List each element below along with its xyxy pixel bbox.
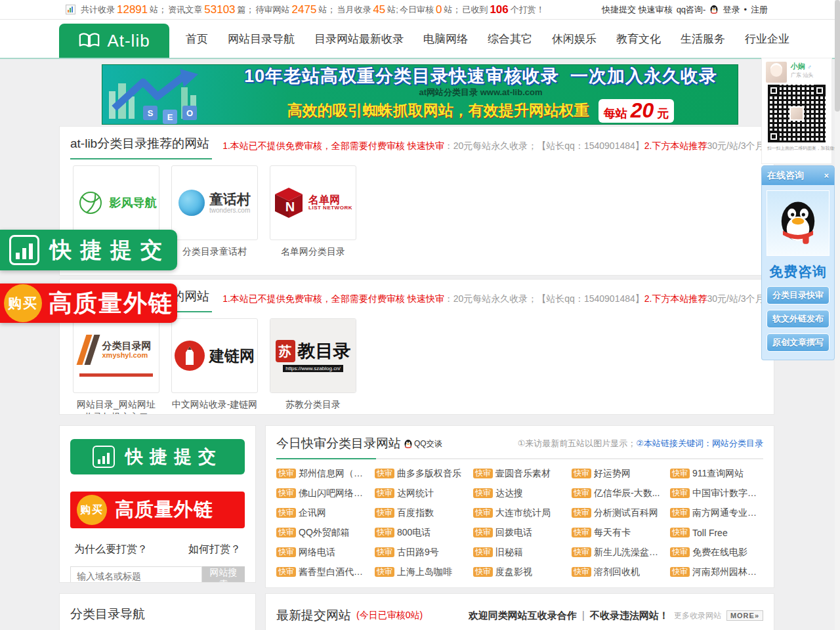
site-link[interactable]: 古田路9号 <box>397 547 439 558</box>
fast-review-item[interactable]: 快审每天有卡 <box>572 526 665 539</box>
site-logo-sujiao[interactable]: 苏 教目录 https://www.szablog.cn/ <box>270 318 356 393</box>
nav-item-life[interactable]: 生活服务 <box>681 32 725 47</box>
site-link[interactable]: 分析测试百科网 <box>594 507 658 519</box>
site-logo-jianlian[interactable]: 建链网 <box>171 318 258 393</box>
site-logo-fenleimulu[interactable]: 分类目录网 xmyshyl.com <box>73 318 159 393</box>
site-caption[interactable]: 苏教分类目录 <box>270 398 356 411</box>
fast-review-item[interactable]: 快审旧秘籍 <box>473 545 566 559</box>
scrollbar-track[interactable] <box>835 0 840 630</box>
site-logo-mingdan[interactable]: N 名单网 LIST NETWORK <box>270 165 356 240</box>
nav-item-computer[interactable]: 电脑网络 <box>423 32 468 47</box>
site-link[interactable]: 企讯网 <box>299 507 326 519</box>
more-button[interactable]: MORE» <box>726 610 763 621</box>
site-card[interactable]: 分类目录网 xmyshyl.com 网站目录_网站网址收录与提交入口 <box>73 318 159 415</box>
fast-review-item[interactable]: 快审中国审计数字在... <box>670 486 763 500</box>
quick-submit-link[interactable]: 快捷提交 快速审核 <box>602 4 673 16</box>
site-link[interactable]: 亿信华辰-大数... <box>594 488 660 499</box>
site-link[interactable]: 郑州信息网（郑... <box>299 468 369 480</box>
quick-submit-float-banner[interactable]: 快捷提交 <box>0 230 177 270</box>
site-link[interactable]: 中国审计数字在... <box>692 488 763 499</box>
sidebar-quick-submit-button[interactable]: 快捷提交 <box>70 439 245 474</box>
consult-button-article[interactable]: 原创文章撰写 <box>766 333 830 352</box>
site-link[interactable]: 佛山闪吧网络科... <box>299 488 369 499</box>
site-link[interactable]: 达达搜 <box>495 488 523 499</box>
fast-review-item[interactable]: 快审壹圆音乐素材 <box>473 467 566 480</box>
site-link[interactable]: 溶剂回收机 <box>594 566 640 578</box>
why-reward-link[interactable]: 为什么要打赏？ <box>74 543 148 556</box>
site-logo-tonghuacun[interactable]: 童话村 twonders.com <box>171 165 258 240</box>
fast-review-item[interactable]: 快审800电话 <box>375 526 468 539</box>
site-link[interactable]: 新生儿洗澡盆推荐 <box>594 547 665 558</box>
fast-review-item[interactable]: 快审网络电话 <box>276 545 369 559</box>
site-card[interactable]: 苏 教目录 https://www.szablog.cn/ 苏教分类目录 <box>270 318 356 415</box>
fast-review-item[interactable]: 快审曲多多版权音乐 <box>375 467 468 480</box>
nav-item-directory[interactable]: 网站目录导航 <box>228 32 295 47</box>
ad-banner[interactable]: S E O 10年老站高权重分类目录快速审核收录 一次加入永久收录 at网站分类… <box>102 64 738 125</box>
site-link[interactable]: 旧秘籍 <box>495 547 523 558</box>
fast-review-item[interactable]: 快审上海上岛咖啡 <box>375 565 468 579</box>
fast-review-item[interactable]: 快审郑州信息网（郑... <box>276 467 369 480</box>
nav-item-latest[interactable]: 目录网站最新收录 <box>314 32 404 47</box>
nav-item-education[interactable]: 教育文化 <box>616 32 661 47</box>
site-link[interactable]: 免费在线电影 <box>692 547 747 558</box>
site-link[interactable]: 壹圆音乐素材 <box>495 468 551 480</box>
fast-review-item[interactable]: 快审Toll Free <box>670 526 763 539</box>
consult-button-outlink[interactable]: 软文外链发布 <box>766 310 830 328</box>
nav-item-industry[interactable]: 行业企业 <box>745 32 789 47</box>
fast-review-item[interactable]: 快审佛山闪吧网络科... <box>276 486 369 500</box>
fast-review-item[interactable]: 快审酱香型白酒代理... <box>276 565 369 579</box>
site-link[interactable]: 每天有卡 <box>594 527 631 539</box>
fast-review-item[interactable]: 快审新生儿洗澡盆推荐 <box>572 545 665 559</box>
site-link[interactable]: 上海上岛咖啡 <box>397 566 452 578</box>
nav-item-home[interactable]: 首页 <box>186 32 208 47</box>
site-link[interactable]: 大连市统计局 <box>495 507 551 519</box>
fast-review-item[interactable]: 快审回拨电话 <box>473 526 566 539</box>
fast-review-item[interactable]: 快审大连市统计局 <box>473 506 566 520</box>
fast-review-item[interactable]: 快审达网统计 <box>375 486 468 500</box>
site-link[interactable]: Toll Free <box>692 528 728 538</box>
site-caption[interactable]: 名单网分类目录 <box>270 245 356 258</box>
site-logo[interactable]: At-lib <box>59 24 169 58</box>
search-button[interactable]: 网站搜索 <box>202 566 245 583</box>
site-caption[interactable]: 中文网站收录-建链网 <box>171 398 258 411</box>
buy-outlink-float-banner[interactable]: 购买 高质量外链 <box>0 284 177 323</box>
fast-review-item[interactable]: 快审度盘影视 <box>473 565 566 579</box>
site-card[interactable]: 童话村 twonders.com 分类目录童话村 <box>171 165 258 258</box>
consult-button-directory[interactable]: 分类目录快审 <box>766 286 830 304</box>
site-link[interactable]: 曲多多版权音乐 <box>397 468 461 480</box>
qq-icon[interactable] <box>709 5 719 15</box>
fast-review-item[interactable]: 快审免费在线电影 <box>670 545 763 559</box>
site-link[interactable]: 百度指数 <box>397 507 434 519</box>
site-card[interactable]: 建链网 中文网站收录-建链网 <box>171 318 258 415</box>
site-link[interactable]: 酱香型白酒代理... <box>299 566 369 578</box>
fast-review-item[interactable]: 快审亿信华辰-大数... <box>572 486 665 500</box>
site-link[interactable]: 度盘影视 <box>495 566 532 578</box>
site-link[interactable]: QQ外贸邮箱 <box>299 527 350 539</box>
fast-review-item[interactable]: 快审河南郑州园林景... <box>670 565 763 579</box>
site-link[interactable]: 911查询网站 <box>692 468 744 480</box>
how-reward-link[interactable]: 如何打赏？ <box>188 543 241 556</box>
search-input[interactable] <box>70 566 202 583</box>
site-link[interactable]: 800电话 <box>397 527 430 539</box>
nav-item-misc[interactable]: 综合其它 <box>488 32 532 47</box>
register-link[interactable]: 注册 <box>751 4 768 16</box>
scrollbar-thumb[interactable] <box>835 0 840 112</box>
site-link[interactable]: 好运势网 <box>594 468 631 480</box>
fast-review-item[interactable]: 快审达达搜 <box>473 486 566 500</box>
site-logo-yingfeng[interactable]: 影风导航 <box>73 165 159 240</box>
site-card[interactable]: N 名单网 LIST NETWORK 名单网分类目录 <box>270 165 356 258</box>
fast-review-item[interactable]: 快审百度指数 <box>375 506 468 520</box>
fast-review-item[interactable]: 快审分析测试百科网 <box>572 506 665 520</box>
fast-review-item[interactable]: 快审911查询网站 <box>670 467 763 480</box>
qq-chat-link[interactable]: QQ交谈 <box>404 438 442 450</box>
fast-review-item[interactable]: 快审QQ外贸邮箱 <box>276 526 369 539</box>
site-caption[interactable]: 分类目录童话村 <box>171 245 258 258</box>
site-link[interactable]: 河南郑州园林景... <box>692 566 763 578</box>
close-icon[interactable]: × <box>824 171 829 180</box>
login-link[interactable]: 登录 <box>723 4 740 16</box>
site-link[interactable]: 网络电话 <box>299 547 335 558</box>
site-caption[interactable]: 网站目录_网站网址收录与提交入口 <box>73 398 159 415</box>
fast-review-item[interactable]: 快审溶剂回收机 <box>572 565 665 579</box>
site-link[interactable]: 达网统计 <box>397 488 434 499</box>
fast-review-item[interactable]: 快审企讯网 <box>276 506 369 520</box>
